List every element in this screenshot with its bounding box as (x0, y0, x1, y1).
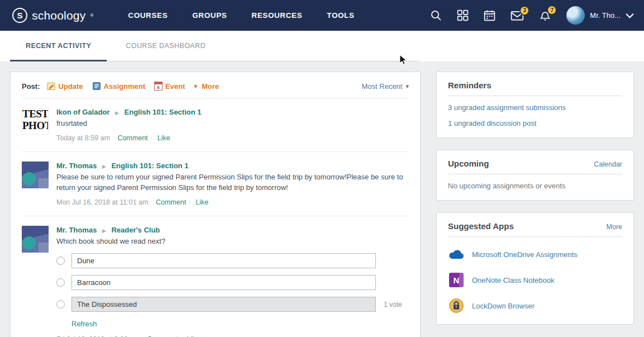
feed-item: Mr. Thomas ▶ Reader's Club Which book sh… (22, 216, 409, 337)
app-row-lockdown[interactable]: LockDown Browser (448, 297, 622, 314)
app-link[interactable]: OneNote Class Notebook (472, 276, 554, 284)
suggested-apps-more-link[interactable]: More (607, 223, 622, 231)
post-event-button[interactable]: 6 Event (154, 82, 185, 91)
post-body: Please be sure to return your signed Par… (56, 172, 409, 193)
feed-item: Mr. Thomas ▶ English 101: Section 1 Plea… (22, 152, 409, 216)
top-navbar: S schoology ® COURSES GROUPS RESOURCES T… (0, 0, 644, 31)
suggested-apps-title: Suggested Apps (448, 221, 514, 231)
avatar-image (22, 226, 49, 253)
sort-dropdown[interactable]: Most Recent ▾ (361, 82, 409, 91)
poll-option-box[interactable]: Dune (71, 253, 376, 268)
feed-item-content: Ikon of Galador ▶ English 101: Section 1… (56, 108, 409, 142)
course-link[interactable]: Reader's Club (111, 226, 160, 234)
assignment-icon (92, 82, 101, 91)
messages-icon[interactable]: 3 (511, 10, 524, 21)
timestamp: Mon Jul 16, 2018 at 11:01 am (56, 198, 148, 206)
main-content: Post: Update Assignment 6 Event (0, 61, 644, 337)
reminders-card: Reminders 3 ungraded assignment submissi… (436, 72, 634, 138)
post-assignment-button[interactable]: Assignment (92, 82, 145, 91)
poll-option: The Dispossessed 1 vote (56, 297, 409, 312)
avatar[interactable] (22, 162, 49, 188)
apps-grid-icon[interactable] (457, 10, 469, 21)
breadcrumb-arrow-icon: ▶ (115, 110, 119, 116)
app-row-onedrive[interactable]: Microsoft OneDrive Assignments (448, 246, 622, 263)
app-link[interactable]: LockDown Browser (472, 302, 535, 310)
update-label: Update (59, 82, 83, 91)
user-menu[interactable]: Mr. Tho... (566, 6, 634, 25)
nav-item-courses[interactable]: COURSES (128, 11, 168, 20)
messages-badge: 3 (519, 6, 529, 16)
suggested-apps-card: Suggested Apps More Microsoft OneDrive A… (436, 212, 634, 325)
nav-item-groups[interactable]: GROUPS (192, 11, 227, 20)
ungraded-discussion-link[interactable]: 1 ungraded discussion post (448, 119, 622, 127)
course-link[interactable]: English 101: Section 1 (111, 162, 188, 170)
upcoming-card: Upcoming Calendar No upcoming assignment… (436, 150, 634, 201)
post-body: frusrtated (56, 118, 409, 129)
tab-strip: RECENT ACTIVITY COURSE DASHBOARD (0, 31, 644, 61)
poll-option: Barracoon (56, 275, 409, 290)
post-update-button[interactable]: Update (47, 82, 83, 91)
post-more-button[interactable]: ▾ More (194, 82, 219, 91)
caret-down-icon: ▾ (194, 83, 197, 90)
trademark-symbol: ® (90, 13, 93, 18)
more-label: More (202, 82, 219, 91)
poll-radio[interactable] (56, 257, 65, 265)
course-link[interactable]: English 101: Section 1 (125, 108, 202, 116)
activity-feed-card: Post: Update Assignment 6 Event (10, 72, 421, 337)
poll-radio[interactable] (56, 278, 65, 287)
comment-link[interactable]: Comment (117, 134, 147, 142)
upcoming-empty-text: No upcoming assignments or events (448, 182, 622, 190)
author-link[interactable]: Ikon of Galador (56, 108, 109, 116)
lockdown-browser-icon (448, 297, 465, 314)
like-link[interactable]: Like (195, 198, 208, 206)
user-name: Mr. Tho... (590, 11, 621, 20)
poll-vote-count: 1 vote (384, 301, 402, 308)
avatar-text: TEST PHOTO (22, 108, 49, 131)
poll-option-box[interactable]: The Dispossessed (71, 297, 376, 312)
comment-link[interactable]: Comment (156, 198, 186, 206)
calendar-icon[interactable] (484, 10, 495, 21)
app-link[interactable]: Microsoft OneDrive Assignments (472, 250, 578, 259)
breadcrumb-arrow-icon: ▶ (102, 164, 106, 169)
avatar[interactable] (22, 226, 49, 253)
dot-separator: · (189, 198, 191, 206)
schoology-logo[interactable]: S schoology ® (12, 8, 93, 23)
poll-option-box[interactable]: Barracoon (71, 275, 376, 290)
avatar-image (22, 162, 49, 188)
upcoming-title: Upcoming (448, 159, 489, 168)
schoology-s-icon: S (12, 8, 27, 23)
post-body: Which book should we read next? (56, 236, 409, 247)
brand-name: schoology (32, 9, 85, 22)
calendar-link[interactable]: Calendar (594, 160, 622, 168)
search-icon[interactable] (430, 10, 442, 21)
notifications-badge: 7 (547, 5, 557, 15)
author-link[interactable]: Mr. Thomas (56, 162, 97, 170)
user-avatar (566, 6, 585, 25)
like-link[interactable]: Like (158, 134, 170, 142)
feed-item-content: Mr. Thomas ▶ English 101: Section 1 Plea… (56, 162, 409, 206)
feed-item: TEST PHOTO Ikon of Galador ▶ English 101… (22, 98, 409, 152)
poll-refresh-link[interactable]: Refresh (71, 320, 97, 328)
notifications-bell-icon[interactable]: 7 (539, 10, 551, 21)
app-row-onenote[interactable]: N OneNote Class Notebook (448, 272, 622, 288)
onenote-icon: N (448, 272, 465, 288)
event-icon: 6 (154, 82, 163, 91)
poll-radio[interactable] (56, 300, 65, 308)
poll-option: Dune (56, 253, 409, 268)
navbar-utilities: 3 7 Mr. Tho... (430, 6, 634, 25)
tab-recent-activity[interactable]: RECENT ACTIVITY (10, 31, 107, 61)
post-label: Post: (22, 82, 40, 91)
avatar[interactable]: TEST PHOTO (22, 108, 49, 135)
nav-item-tools[interactable]: TOOLS (327, 11, 354, 20)
author-link[interactable]: Mr. Thomas (56, 226, 97, 234)
right-sidebar: Reminders 3 ungraded assignment submissi… (436, 72, 634, 336)
nav-item-resources[interactable]: RESOURCES (251, 11, 302, 20)
assignment-label: Assignment (104, 82, 145, 91)
sort-label: Most Recent (361, 82, 402, 91)
poll: Dune Barracoon The Dispossessed 1 vote R… (56, 253, 409, 329)
breadcrumb-arrow-icon: ▶ (102, 228, 106, 234)
reminders-title: Reminders (448, 80, 492, 90)
tab-course-dashboard[interactable]: COURSE DASHBOARD (110, 31, 221, 61)
ungraded-assignments-link[interactable]: 3 ungraded assignment submissions (448, 103, 622, 112)
caret-down-icon: ▾ (406, 83, 409, 90)
